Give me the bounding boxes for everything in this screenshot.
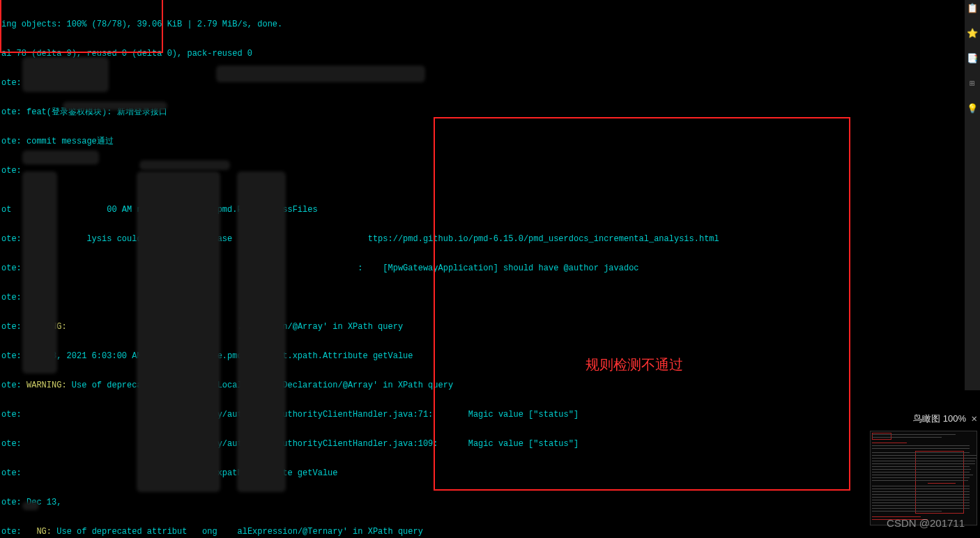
line-header: ote: feat(登录鉴权模块): 新增登录接口 <box>1 107 967 117</box>
line: ote: ay/authority/AuthorityClientHandler… <box>1 439 967 449</box>
line: ote: Dec 13, <box>1 498 967 507</box>
line-header: ing objects: 100% (78/78), 39.06 KiB | 2… <box>1 20 967 29</box>
line-header: al 78 (delta 9), reused 0 (delta 0), pac… <box>1 49 967 59</box>
terminal-output[interactable]: ing objects: 100% (78/78), 39.06 KiB | 2… <box>0 0 969 538</box>
line-warning: ote: NG: Use of deprecated attribut ong … <box>1 527 967 537</box>
line-header: ote: <box>1 166 967 176</box>
editor-right-rail: 📋 ⭐ 📑 ⊞ 💡 <box>965 0 980 390</box>
bookmark-icon[interactable]: 📑 <box>967 54 978 66</box>
line-header: ote: commit message通过 <box>1 137 967 146</box>
line: ote: xpath.Attribute getValue <box>1 468 967 478</box>
line-header: ote: 开始检测代码质量 <box>1 78 967 88</box>
clipboard-icon[interactable]: 📋 <box>967 4 978 15</box>
line-warning: ote: WARNING: .claration/@Array' in XPat… <box>1 322 967 332</box>
minimap-title: 鸟瞰图 100% <box>913 414 966 424</box>
line: ote: lysis could be faster, please ttps:… <box>1 234 967 244</box>
line-warning: ote: WARNING: Use of deprecated attribut… <box>1 381 967 390</box>
close-icon[interactable]: ✕ <box>972 414 977 424</box>
line: ote: ay/authority/AuthorityClientHandler… <box>1 410 967 420</box>
line: ote: Dec 13, 2021 6:03:00 AM net.sourcef… <box>1 351 967 361</box>
line: ot 00 AM net.sourceforge.pmd.PMD process… <box>1 205 967 215</box>
grid-icon[interactable]: ⊞ <box>967 79 978 91</box>
line: ote: <box>1 293 967 302</box>
line: ote: : [MpwGatewayApplication] should ha… <box>1 263 967 273</box>
minimap[interactable] <box>870 431 977 525</box>
bulb-icon[interactable]: 💡 <box>967 105 978 116</box>
star-icon[interactable]: ⭐ <box>967 29 978 40</box>
